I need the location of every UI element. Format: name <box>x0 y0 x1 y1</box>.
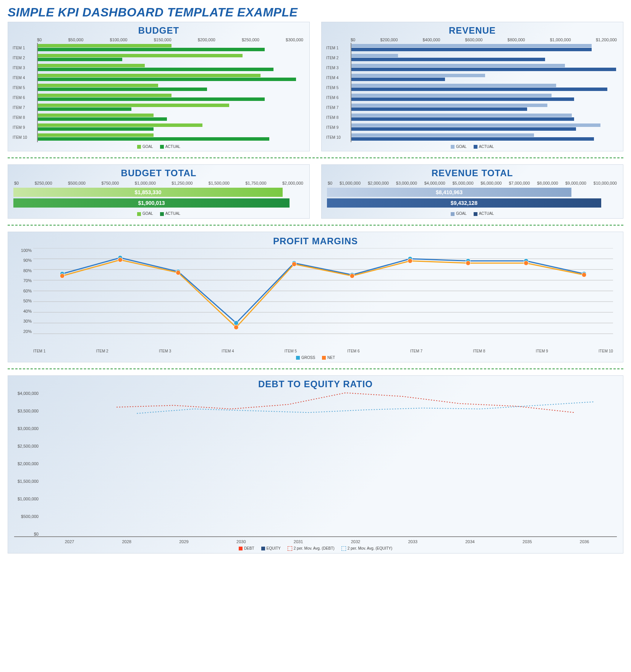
axis-tick: 50% <box>14 299 32 303</box>
bar-row: ITEM 4 <box>326 73 618 83</box>
bar-actual <box>351 117 574 121</box>
bar-category-label: ITEM 9 <box>13 125 37 130</box>
bar-actual <box>38 127 154 131</box>
bar-row: ITEM 6 <box>13 93 305 102</box>
axis-tick: $2,000,000 <box>368 181 389 185</box>
axis-tick: 30% <box>14 319 32 323</box>
axis-tick: $1,500,000 <box>14 479 39 484</box>
axis-tick: $0 <box>351 37 355 42</box>
bar-goal <box>38 44 172 47</box>
axis-tick: $600,000 <box>465 37 483 42</box>
budget-total-chart: BUDGET TOTAL $0$250,000$500,000$750,000$… <box>8 164 310 218</box>
bar-row: ITEM 2 <box>13 53 305 63</box>
bar-row: ITEM 9 <box>13 122 305 132</box>
axis-tick: 2036 <box>556 539 613 544</box>
bar-actual <box>351 88 607 91</box>
axis-tick: 2035 <box>498 539 556 544</box>
bar-category-label: ITEM 2 <box>13 56 37 60</box>
legend-item: GOAL <box>451 211 467 216</box>
axis-tick: ITEM 9 <box>536 349 548 353</box>
total-bar-goal: $8,410,963 <box>327 188 571 197</box>
bar-actual <box>351 48 592 51</box>
marker <box>466 261 471 265</box>
budget-axis: $0$50,000$100,000$150,000$200,000$250,00… <box>13 37 305 43</box>
legend-item: ACTUAL <box>160 144 180 149</box>
bar-goal <box>38 54 243 57</box>
bar-category-label: ITEM 2 <box>326 56 351 60</box>
total-bar-actual: $1,900,013 <box>13 198 290 208</box>
axis-tick: $3,500,000 <box>14 409 39 413</box>
axis-tick: 20% <box>14 329 32 334</box>
axis-tick: $0 <box>328 181 332 185</box>
revenue-total-title: REVENUE TOTAL <box>326 168 618 179</box>
bar-actual <box>351 78 445 81</box>
axis-tick: $50,000 <box>68 37 84 42</box>
bar-row: ITEM 9 <box>326 122 618 132</box>
axis-tick: ITEM 2 <box>96 349 108 353</box>
bar-category-label: ITEM 1 <box>13 46 37 50</box>
axis-tick: $800,000 <box>508 37 525 42</box>
axis-tick: $2,000,000 <box>14 461 39 466</box>
bar-row: ITEM 4 <box>13 73 305 83</box>
line-net <box>62 260 584 327</box>
axis-tick: $250,000 <box>35 181 52 185</box>
legend-item: ACTUAL <box>474 144 494 149</box>
bar-row: ITEM 7 <box>13 102 305 112</box>
legend-item: GROSS <box>296 355 315 360</box>
legend-item: GOAL <box>451 144 467 149</box>
marker <box>582 273 586 277</box>
bar-actual <box>38 68 273 71</box>
axis-tick: 60% <box>14 289 32 293</box>
revenue-title: REVENUE <box>326 25 618 36</box>
legend-item: NET <box>322 355 335 360</box>
axis-tick: ITEM 1 <box>33 349 45 353</box>
bar-actual <box>351 137 594 141</box>
axis-tick: $10,000,000 <box>594 181 617 185</box>
bar-goal <box>38 74 260 77</box>
axis-tick: 2030 <box>212 539 270 544</box>
bar-category-label: ITEM 8 <box>13 115 37 120</box>
bar-goal <box>351 44 592 47</box>
trendline <box>137 402 594 413</box>
axis-tick: 100% <box>14 248 32 253</box>
bar-row: ITEM 10 <box>13 132 305 142</box>
axis-tick: $0 <box>14 181 19 185</box>
bar-goal <box>351 104 547 107</box>
axis-tick: $1,000,000 <box>135 181 156 185</box>
axis-tick: $750,000 <box>101 181 119 185</box>
bar-actual <box>351 107 527 111</box>
legend-item: DEBT <box>239 546 254 551</box>
revenue-axis: $0$200,000$400,000$600,000$800,000$1,000… <box>326 37 618 43</box>
budget-total-title: BUDGET TOTAL <box>13 168 305 179</box>
axis-tick: 2028 <box>98 539 155 544</box>
axis-tick: $4,000,000 <box>14 391 39 396</box>
profit-margins-title: PROFIT MARGINS <box>14 236 617 247</box>
bar-actual <box>38 78 296 81</box>
legend-item: GOAL <box>137 144 153 149</box>
axis-tick: $250,000 <box>242 37 259 42</box>
revenue-legend: GOALACTUAL <box>326 142 618 149</box>
axis-tick: ITEM 4 <box>222 349 234 353</box>
axis-tick: 80% <box>14 268 32 273</box>
bar-row: ITEM 3 <box>13 63 305 73</box>
axis-tick: $1,750,000 <box>245 181 266 185</box>
legend-item: GOAL <box>137 211 153 216</box>
axis-tick: ITEM 5 <box>285 349 297 353</box>
bar-goal <box>38 94 172 97</box>
axis-tick: $2,500,000 <box>14 444 39 448</box>
axis-tick: $9,000,000 <box>565 181 586 185</box>
bar-category-label: ITEM 10 <box>13 135 37 140</box>
bar-goal <box>351 114 572 117</box>
legend-item: 2 per. Mov. Avg. (DEBT) <box>288 546 335 551</box>
bar-category-label: ITEM 7 <box>326 106 351 110</box>
axis-tick: 2029 <box>155 539 213 544</box>
bar-row: ITEM 8 <box>13 112 305 122</box>
axis-tick: 2027 <box>41 539 98 544</box>
axis-tick: $1,250,000 <box>172 181 193 185</box>
bar-row: ITEM 1 <box>326 43 618 53</box>
bar-category-label: ITEM 4 <box>326 76 351 80</box>
axis-tick: 70% <box>14 278 32 283</box>
bar-goal <box>351 74 485 77</box>
bar-goal <box>351 123 600 127</box>
bar-actual <box>38 48 265 51</box>
